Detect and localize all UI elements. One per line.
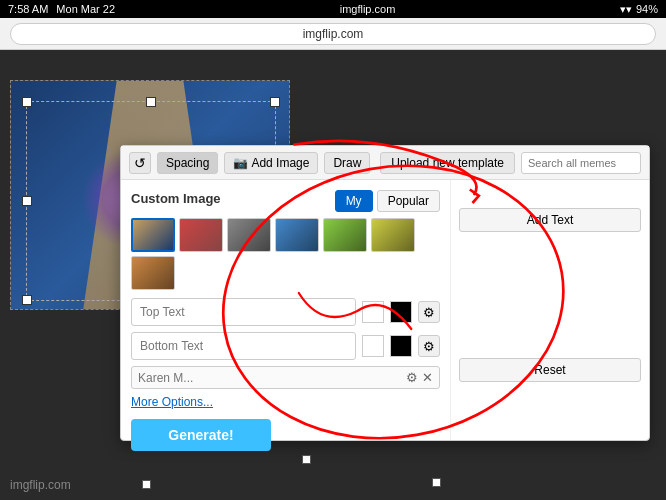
generate-button[interactable]: Generate! xyxy=(131,419,271,451)
meme-generator-panel: ↺ Spacing 📷 Add Image Draw Upload new te… xyxy=(120,145,650,441)
refresh-button[interactable]: ↺ xyxy=(129,152,151,174)
search-input[interactable] xyxy=(521,152,641,174)
top-text-row: ⚙ xyxy=(131,298,440,326)
thumbnail-4[interactable] xyxy=(275,218,319,252)
top-text-gear-button[interactable]: ⚙ xyxy=(418,301,440,323)
url-bar[interactable]: imgflip.com xyxy=(10,23,656,45)
camera-icon: 📷 xyxy=(233,156,248,170)
wifi-icon: ▾▾ xyxy=(620,3,632,16)
draw-button[interactable]: Draw xyxy=(324,152,370,174)
top-text-color-black[interactable] xyxy=(390,301,412,323)
bottom-text-row: ⚙ xyxy=(131,332,440,360)
image-thumbnails xyxy=(131,218,440,290)
bottom-text-input[interactable] xyxy=(131,332,356,360)
bottom-text-color-black[interactable] xyxy=(390,335,412,357)
more-options-link[interactable]: More Options... xyxy=(131,395,440,409)
battery-display: 94% xyxy=(636,3,658,15)
karen-text-row: ⚙ ✕ xyxy=(131,366,440,389)
karen-close-icon[interactable]: ✕ xyxy=(422,370,433,385)
scatter-handle-7[interactable] xyxy=(302,455,311,464)
top-text-color-white[interactable] xyxy=(362,301,384,323)
add-image-toolbar-button[interactable]: 📷 Add Image xyxy=(224,152,318,174)
refresh-icon: ↺ xyxy=(134,155,146,171)
browser-chrome: imgflip.com xyxy=(0,18,666,50)
spacing-button[interactable]: Spacing xyxy=(157,152,218,174)
scatter-handle-8[interactable] xyxy=(432,478,441,487)
karen-text-input[interactable] xyxy=(138,371,402,385)
draw-label: Draw xyxy=(333,156,361,170)
url-text: imgflip.com xyxy=(303,27,364,41)
bottom-text-color-white[interactable] xyxy=(362,335,384,357)
page-area: ↺ Spacing 📷 Add Image Draw Upload new te… xyxy=(0,50,666,500)
panel-left: Custom Image My Popular xyxy=(121,180,451,440)
add-text-button[interactable]: Add Text xyxy=(459,208,641,232)
panel-right: Add Text Reset xyxy=(451,180,649,440)
status-left: 7:58 AM Mon Mar 22 xyxy=(8,3,115,15)
my-tab[interactable]: My xyxy=(335,190,373,212)
bottom-text-gear-button[interactable]: ⚙ xyxy=(418,335,440,357)
thumbnail-1[interactable] xyxy=(131,218,175,252)
top-text-input[interactable] xyxy=(131,298,356,326)
url-display: imgflip.com xyxy=(340,3,396,15)
thumbnail-5[interactable] xyxy=(323,218,367,252)
status-right: ▾▾ 94% xyxy=(620,3,658,16)
karen-gear-icon[interactable]: ⚙ xyxy=(406,370,418,385)
spacing-label: Spacing xyxy=(166,156,209,170)
scatter-handle-10[interactable] xyxy=(142,480,151,489)
reset-button[interactable]: Reset xyxy=(459,358,641,382)
panel-content: Custom Image My Popular xyxy=(121,180,649,440)
time-display: 7:58 AM xyxy=(8,3,48,15)
thumbnail-3[interactable] xyxy=(227,218,271,252)
thumbnail-6[interactable] xyxy=(371,218,415,252)
thumbnail-7[interactable] xyxy=(131,256,175,290)
status-bar: 7:58 AM Mon Mar 22 imgflip.com ▾▾ 94% xyxy=(0,0,666,18)
panel-toolbar: ↺ Spacing 📷 Add Image Draw Upload new te… xyxy=(121,146,649,180)
popular-tab-label: Popular xyxy=(388,194,429,208)
upload-template-button[interactable]: Upload new template xyxy=(380,152,515,174)
add-image-label: Add Image xyxy=(251,156,309,170)
my-tab-label: My xyxy=(346,194,362,208)
custom-image-title: Custom Image xyxy=(131,191,221,206)
upload-label: Upload new template xyxy=(391,156,504,170)
footer-logo: imgflip.com xyxy=(10,478,71,492)
date-display: Mon Mar 22 xyxy=(56,3,115,15)
thumbnail-2[interactable] xyxy=(179,218,223,252)
popular-tab[interactable]: Popular xyxy=(377,190,440,212)
